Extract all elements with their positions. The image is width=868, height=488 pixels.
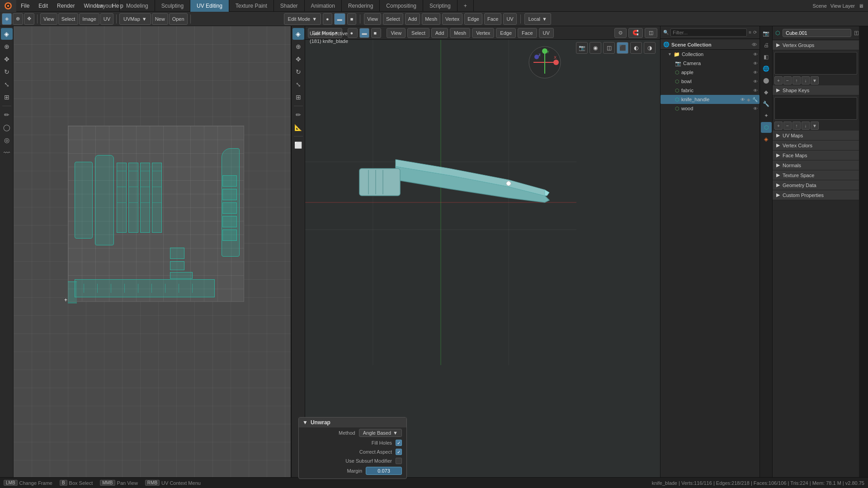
shading-material-btn[interactable]: ◐ bbox=[630, 42, 642, 54]
scene-coll-eye[interactable]: 👁 bbox=[752, 42, 757, 47]
coll-eye[interactable]: 👁 bbox=[753, 52, 758, 57]
pivot-dropdown[interactable]: Local ▼ bbox=[524, 13, 551, 25]
tool-select[interactable]: ◈ bbox=[1, 28, 13, 40]
custom-props-header[interactable]: ▶ Custom Properties bbox=[773, 190, 859, 200]
props-view-layer-icon[interactable]: ◧ bbox=[761, 52, 772, 62]
method-dropdown[interactable]: Angle Based ▼ bbox=[359, 429, 402, 437]
vg-down-btn[interactable]: ↓ bbox=[802, 76, 810, 84]
sk-remove-btn[interactable]: − bbox=[783, 122, 792, 130]
apple-eye[interactable]: 👁 bbox=[753, 70, 758, 75]
menu-edit[interactable]: Edit bbox=[34, 0, 52, 12]
tree-collection[interactable]: ▼ 📁 Collection 👁 bbox=[660, 50, 760, 59]
fill-holes-checkbox[interactable]: ✓ bbox=[396, 440, 402, 446]
tool-smooth[interactable]: 〰 bbox=[1, 147, 13, 159]
props-modifier-icon[interactable]: 🔧 bbox=[761, 99, 772, 109]
wood-eye[interactable]: 👁 bbox=[753, 106, 758, 111]
vp-face-btn[interactable]: Face bbox=[484, 13, 501, 25]
tree-camera[interactable]: 📷 Camera 👁 bbox=[660, 59, 760, 68]
correct-aspect-checkbox[interactable]: ✓ bbox=[396, 449, 402, 455]
move-btn[interactable]: ✥ bbox=[24, 13, 34, 25]
view-btn[interactable]: View bbox=[40, 13, 57, 25]
shading-solid-btn[interactable]: ⬛ bbox=[617, 42, 628, 54]
uv-canvas[interactable]: + bbox=[14, 26, 291, 477]
xray-icon-btn[interactable]: ◫ bbox=[603, 42, 615, 54]
vertex-select-btn[interactable]: ● bbox=[323, 13, 332, 25]
vp-tool-cursor[interactable]: ⊕ bbox=[292, 41, 304, 52]
props-render-icon[interactable]: 📷 bbox=[761, 28, 772, 39]
geometry-data-header[interactable]: ▶ Geometry Data bbox=[773, 180, 859, 190]
vp-tool-rotate[interactable]: ↻ bbox=[292, 66, 304, 78]
menu-file[interactable]: File bbox=[16, 0, 34, 12]
image-btn[interactable]: Image bbox=[79, 13, 99, 25]
knife-handle-material[interactable]: ◈ bbox=[747, 97, 750, 102]
tool-rotate[interactable]: ↻ bbox=[1, 66, 13, 78]
vp-uv-btn[interactable]: UV bbox=[503, 13, 516, 25]
vertex-colors-header[interactable]: ▶ Vertex Colors bbox=[773, 141, 859, 150]
tool-grab[interactable]: ◯ bbox=[1, 122, 13, 133]
bowl-eye[interactable]: 👁 bbox=[753, 79, 758, 84]
mesh-name-input[interactable] bbox=[783, 29, 851, 37]
shading-rendered-btn[interactable]: ◑ bbox=[644, 42, 656, 54]
tab-animation[interactable]: Animation bbox=[305, 0, 342, 12]
knife-handle-modifier[interactable]: 🔧 bbox=[752, 97, 758, 102]
scene-selector[interactable]: Scene bbox=[813, 3, 827, 9]
cursor-btn[interactable]: ⊕ bbox=[13, 13, 23, 25]
new-btn[interactable]: New bbox=[152, 13, 168, 25]
camera-icon-btn[interactable]: 📷 bbox=[576, 42, 588, 54]
props-data-icon[interactable]: ⬡ bbox=[761, 122, 772, 133]
sk-add-btn[interactable]: + bbox=[774, 122, 783, 130]
use-subsurf-checkbox[interactable] bbox=[396, 458, 402, 464]
tree-wood[interactable]: ⬡ wood 👁 bbox=[660, 104, 760, 113]
vp-tool-scale[interactable]: ⤡ bbox=[292, 79, 304, 90]
tab-shader[interactable]: Shader bbox=[274, 0, 305, 12]
tree-apple[interactable]: ⬡ apple 👁 bbox=[660, 68, 760, 77]
vg-menu-btn[interactable]: ▼ bbox=[811, 76, 819, 84]
face-select-btn[interactable]: ■ bbox=[347, 13, 357, 25]
tab-scripting[interactable]: Scripting bbox=[423, 0, 458, 12]
vg-up-btn[interactable]: ↑ bbox=[793, 76, 801, 84]
camera-eye[interactable]: 👁 bbox=[753, 61, 758, 66]
fabric-eye[interactable]: 👁 bbox=[753, 88, 758, 93]
tree-knife-handle[interactable]: ⬡ knife_handle 👁 ◈ 🔧 bbox=[660, 95, 760, 104]
knife-handle-eye[interactable]: 👁 bbox=[741, 97, 745, 102]
tab-sculpting[interactable]: Sculpting bbox=[155, 0, 190, 12]
select-btn[interactable]: Select bbox=[58, 13, 79, 25]
props-object-icon[interactable]: ◆ bbox=[761, 87, 772, 98]
tool-move[interactable]: ✥ bbox=[1, 53, 13, 65]
tab-modeling[interactable]: Modeling bbox=[120, 0, 155, 12]
vp-tool-move[interactable]: ✥ bbox=[292, 53, 304, 65]
tree-fabric[interactable]: ⬡ fabric 👁 bbox=[660, 86, 760, 95]
sk-menu-btn[interactable]: ▼ bbox=[811, 122, 819, 130]
uvmap-dropdown[interactable]: UVMap ▼ bbox=[119, 13, 151, 25]
tool-pinch[interactable]: ◎ bbox=[1, 134, 13, 146]
3d-viewport[interactable]: Edit Mode ▼ ● ▬ ■ View Select Add Mesh V… bbox=[305, 26, 660, 477]
tool-transform[interactable]: ⊞ bbox=[1, 91, 13, 103]
view-layer-selector[interactable]: View Layer bbox=[830, 3, 855, 9]
vg-add-btn[interactable]: + bbox=[774, 76, 783, 84]
props-particles-icon[interactable]: ✦ bbox=[761, 110, 772, 121]
tab-uv-editing[interactable]: UV Editing bbox=[190, 0, 229, 12]
uv-maps-header[interactable]: ▶ UV Maps bbox=[773, 131, 859, 141]
vp-select-btn[interactable]: Select bbox=[383, 13, 403, 25]
tab-layout[interactable]: Layout bbox=[90, 0, 120, 12]
vp-tool-transform[interactable]: ⊞ bbox=[292, 91, 304, 103]
tab-add[interactable]: + bbox=[458, 0, 474, 12]
menu-render[interactable]: Render bbox=[52, 0, 79, 12]
unwrap-popup-header[interactable]: ▼ Unwrap bbox=[299, 418, 406, 427]
tool-cursor[interactable]: ⊕ bbox=[1, 41, 13, 52]
tab-compositing[interactable]: Compositing bbox=[380, 0, 423, 12]
outliner-filter-input[interactable] bbox=[670, 28, 747, 37]
uv-btn[interactable]: UV bbox=[100, 13, 113, 25]
margin-input[interactable]: 0.073 bbox=[366, 467, 402, 475]
vp-add-btn[interactable]: Add bbox=[405, 13, 420, 25]
edit-mode-dropdown[interactable]: Edit Mode ▼ bbox=[284, 13, 321, 25]
vp-view-btn[interactable]: View bbox=[364, 13, 381, 25]
shape-keys-header[interactable]: ▶ Shape Keys bbox=[773, 85, 859, 95]
tab-texture-paint[interactable]: Texture Paint bbox=[229, 0, 274, 12]
edge-select-btn[interactable]: ▬ bbox=[334, 13, 345, 25]
tree-bowl[interactable]: ⬡ bowl 👁 bbox=[660, 77, 760, 86]
open-btn[interactable]: Open bbox=[169, 13, 188, 25]
sk-down-btn[interactable]: ↓ bbox=[802, 122, 810, 130]
face-maps-header[interactable]: ▶ Face Maps bbox=[773, 150, 859, 160]
vp-tool-add-cube[interactable]: ⬜ bbox=[292, 139, 304, 151]
